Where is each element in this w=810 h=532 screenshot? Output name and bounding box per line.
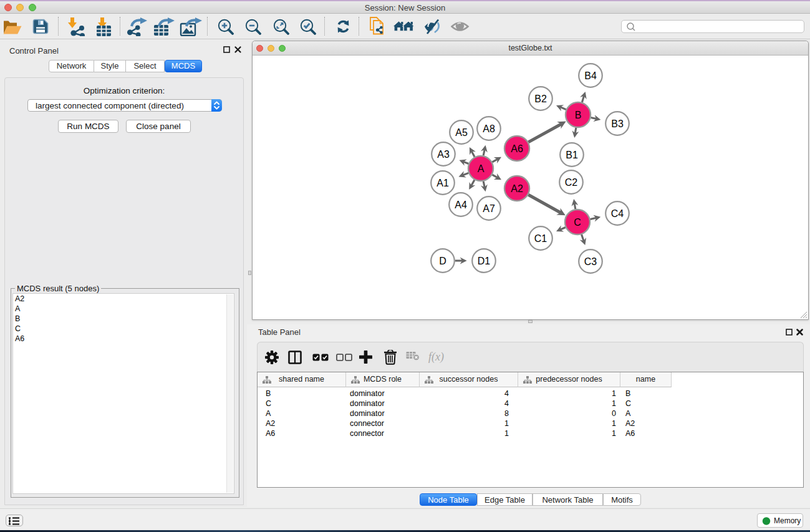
svg-text:C3: C3 (584, 256, 597, 267)
svg-text:C4: C4 (611, 208, 624, 219)
svg-text:B3: B3 (611, 118, 624, 129)
svg-text:B: B (575, 110, 582, 120)
svg-text:D1: D1 (478, 256, 491, 266)
svg-text:B4: B4 (584, 70, 597, 81)
svg-text:A4: A4 (455, 200, 467, 210)
svg-text:B1: B1 (566, 150, 578, 160)
svg-text:A3: A3 (437, 149, 450, 160)
svg-text:A6: A6 (511, 143, 523, 154)
svg-text:A8: A8 (483, 123, 495, 134)
svg-text:C2: C2 (565, 177, 578, 188)
svg-text:C1: C1 (534, 233, 547, 244)
svg-text:A1: A1 (436, 178, 449, 188)
svg-text:A: A (478, 163, 485, 174)
svg-text:A5: A5 (455, 127, 468, 138)
svg-text:A7: A7 (483, 203, 495, 214)
svg-text:C: C (574, 217, 581, 228)
svg-text:D: D (439, 256, 446, 266)
svg-text:A2: A2 (511, 183, 523, 194)
svg-text:B2: B2 (534, 94, 547, 104)
